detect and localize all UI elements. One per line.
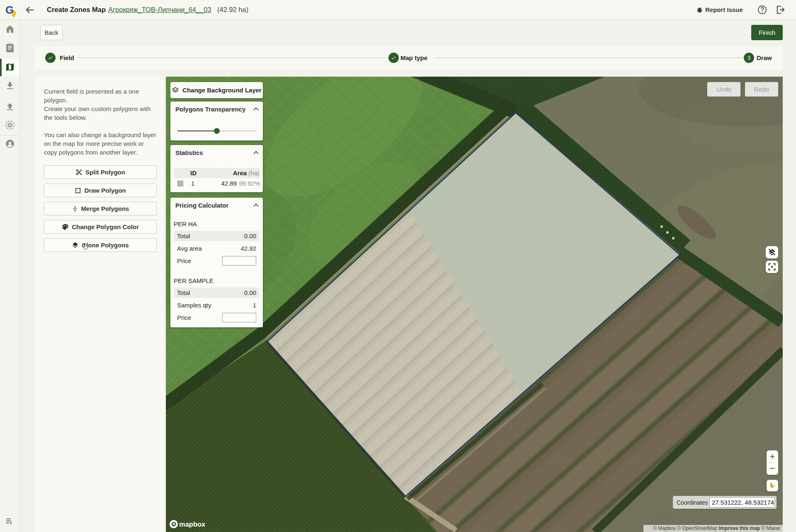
svg-text:mapbox: mapbox <box>179 520 206 528</box>
